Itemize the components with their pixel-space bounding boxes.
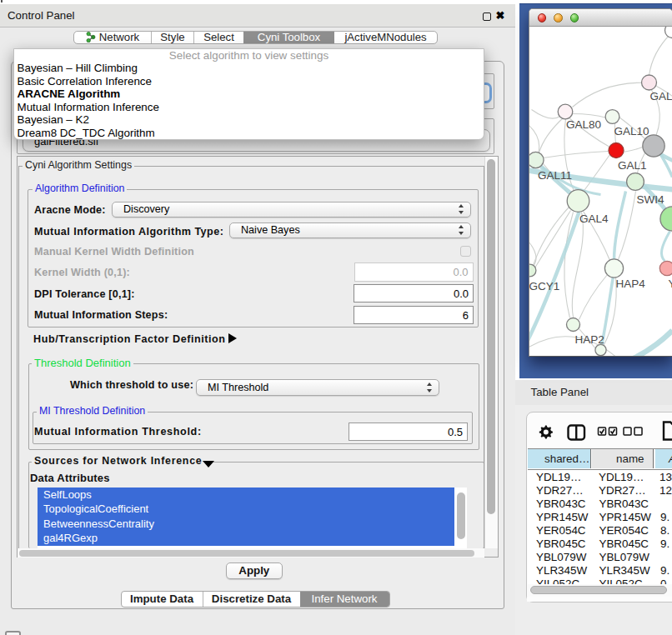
svg-text:GAL80: GAL80	[566, 118, 601, 130]
svg-text:Y: Y	[668, 278, 672, 290]
svg-text:GAL11: GAL11	[538, 168, 572, 181]
svg-text:GCY1: GCY1	[529, 280, 559, 292]
svg-text:HAP2: HAP2	[574, 332, 604, 345]
svg-text:HAP4: HAP4	[615, 278, 645, 290]
svg-text:GAL7: GAL7	[649, 89, 672, 102]
svg-text:GAL10: GAL10	[614, 124, 649, 137]
svg-text:GAL1: GAL1	[618, 159, 647, 172]
svg-text:SWI4: SWI4	[636, 193, 664, 206]
svg-text:GAL4: GAL4	[579, 212, 609, 225]
